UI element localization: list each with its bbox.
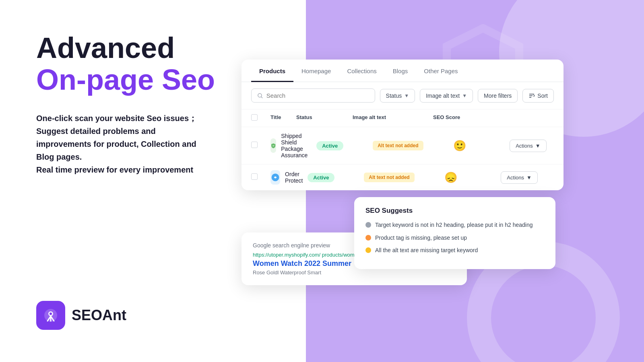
row2-seo-icon: 😞 — [444, 171, 457, 183]
tab-homepage[interactable]: Homepage — [293, 60, 339, 82]
tab-products[interactable]: Products — [251, 60, 293, 82]
col-check — [251, 114, 270, 122]
tab-other-pages[interactable]: Other Pages — [416, 60, 466, 82]
row2-alt-badge: Alt text not added — [364, 173, 414, 182]
row1-alt-badge: Alt text not added — [373, 141, 423, 150]
seo-suggests-title: SEO Suggests — [365, 207, 544, 215]
row2-check — [251, 173, 270, 181]
row1-title: Shipped Shield Package Assurance — [281, 133, 316, 158]
suggest-text-2: Product tag is missing, please set up — [375, 234, 467, 242]
row1-actions-chevron-icon: ▼ — [535, 143, 541, 149]
row2-alt-text: Alt text not added — [364, 173, 444, 182]
suggest-item-1: Target keyword is not in h2 heading, ple… — [365, 221, 544, 229]
svg-point-5 — [50, 313, 52, 315]
row1-actions: Actions ▼ — [510, 140, 574, 152]
col-seo-score: SEO Score — [433, 114, 489, 122]
sort-button[interactable]: Sort — [522, 89, 554, 103]
col-actions — [489, 114, 554, 122]
col-status: Status — [296, 114, 353, 122]
row1-checkbox[interactable] — [251, 142, 258, 148]
sort-icon — [528, 93, 535, 99]
row1-actions-button[interactable]: Actions ▼ — [510, 140, 547, 152]
seoant-logo-icon — [43, 307, 59, 323]
row2-status: Active — [308, 173, 364, 182]
suggest-item-3: All the alt text are missing target keyw… — [365, 247, 544, 255]
row2-actions-button[interactable]: Actions ▼ — [501, 171, 538, 184]
description: One-click scan your website Seo issues； … — [36, 112, 246, 176]
suggest-dot-3 — [365, 247, 371, 253]
protect-product-icon — [270, 172, 280, 183]
col-title: Title — [270, 114, 296, 122]
suggest-item-2: Product tag is missing, please set up — [365, 234, 544, 242]
image-alt-filter-button[interactable]: Image alt text ▼ — [420, 89, 473, 103]
suggest-text-3: All the alt text are missing target keyw… — [375, 247, 478, 255]
row1-alt-text: Alt text not added — [373, 141, 453, 150]
row1-seo-icon: 🙂 — [453, 140, 466, 152]
status-filter-button[interactable]: Status ▼ — [380, 89, 415, 103]
row2-product-image — [270, 170, 280, 185]
seo-suggests-card: SEO Suggests Target keyword is not in h2… — [354, 197, 555, 269]
google-preview-description: Rose Goldl Waterproof Smart — [253, 269, 456, 276]
toolbar: Status ▼ Image alt text ▼ More filters S… — [242, 82, 564, 109]
tab-blogs[interactable]: Blogs — [385, 60, 416, 82]
row2-product: Order Protect — [270, 170, 308, 185]
logo-text: SEOAnt — [72, 307, 126, 324]
row1-product-image — [270, 138, 276, 153]
row1-check — [251, 142, 270, 150]
tab-collections[interactable]: Collections — [339, 60, 384, 82]
row2-actions-chevron-icon: ▼ — [526, 175, 532, 181]
svg-line-8 — [261, 97, 262, 98]
suggest-dot-2 — [365, 235, 371, 241]
row1-product: Shipped Shield Package Assurance — [270, 133, 316, 158]
search-box[interactable] — [251, 88, 375, 103]
row2-checkbox[interactable] — [251, 173, 258, 180]
row2-actions: Actions ▼ — [501, 171, 565, 184]
row1-status: Active — [316, 141, 373, 150]
search-input[interactable] — [266, 92, 369, 99]
table-row: Shipped Shield Package Assurance Active … — [242, 127, 564, 165]
main-card: Products Homepage Collections Blogs Othe… — [242, 60, 564, 190]
row1-seo-score: 🙂 — [453, 140, 510, 152]
status-chevron-icon: ▼ — [404, 93, 409, 99]
header-checkbox[interactable] — [251, 114, 258, 121]
row1-status-badge: Active — [316, 141, 343, 150]
row2-seo-score: 😞 — [444, 171, 501, 184]
more-filters-button[interactable]: More filters — [478, 89, 518, 103]
image-alt-chevron-icon: ▼ — [462, 93, 467, 99]
logo-section: SEOAnt — [36, 301, 306, 330]
col-alt-text: Image alt text — [353, 114, 433, 122]
table-row: Order Protect Active Alt text not added … — [242, 165, 564, 190]
suggest-text-1: Target keyword is not in h2 heading, ple… — [375, 221, 533, 229]
logo-icon — [36, 301, 65, 330]
suggest-dot-1 — [365, 222, 371, 228]
table-header: Title Status Image alt text SEO Score — [242, 109, 564, 127]
row2-title: Order Protect — [285, 171, 308, 184]
row2-status-badge: Active — [308, 173, 334, 182]
tabs: Products Homepage Collections Blogs Othe… — [242, 60, 564, 82]
shield-product-icon — [270, 140, 276, 151]
search-icon — [257, 93, 263, 99]
